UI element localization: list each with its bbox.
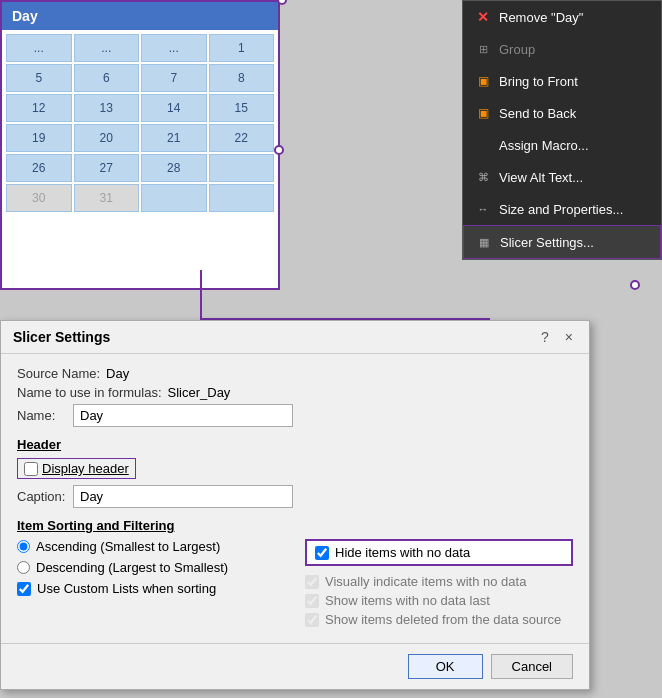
context-menu-item-6[interactable]: ↔Size and Properties... bbox=[463, 193, 661, 225]
resize-handle-mid[interactable] bbox=[274, 145, 284, 155]
calendar-cell[interactable]: 7 bbox=[141, 64, 207, 92]
calendar-cell[interactable]: 1 bbox=[209, 34, 275, 62]
visually-indicate-label: Visually indicate items with no data bbox=[325, 574, 526, 589]
caption-field-row: Caption: bbox=[17, 485, 573, 508]
calendar-grid: .........1567812131415192021222627283031 bbox=[2, 30, 278, 216]
context-menu-item-2[interactable]: ▣Bring to Front bbox=[463, 65, 661, 97]
dialog-body: Source Name: Day Name to use in formulas… bbox=[1, 354, 589, 643]
calendar-title: Day bbox=[12, 8, 38, 24]
descending-label[interactable]: Descending (Largest to Smallest) bbox=[36, 560, 228, 575]
caption-input[interactable] bbox=[73, 485, 293, 508]
dialog-controls: ? × bbox=[537, 329, 577, 345]
calendar-cell[interactable]: 20 bbox=[74, 124, 140, 152]
custom-lists-label[interactable]: Use Custom Lists when sorting bbox=[37, 581, 216, 596]
calendar-cell[interactable]: 13 bbox=[74, 94, 140, 122]
hide-items-label[interactable]: Hide items with no data bbox=[335, 545, 470, 560]
show-items-last-row: Show items with no data last bbox=[305, 593, 573, 608]
name-field-row: Name: bbox=[17, 404, 573, 427]
calendar-cell[interactable]: 30 bbox=[6, 184, 72, 212]
menu-icon-2: ▣ bbox=[475, 73, 491, 89]
header-section-label: Header bbox=[17, 437, 573, 452]
calendar-cell[interactable]: 5 bbox=[6, 64, 72, 92]
display-header-label[interactable]: Display header bbox=[42, 461, 129, 476]
calendar-cell[interactable]: 19 bbox=[6, 124, 72, 152]
show-deleted-row: Show items deleted from the data source bbox=[305, 612, 573, 627]
calendar-cell[interactable]: 14 bbox=[141, 94, 207, 122]
menu-item-label-0: Remove "Day" bbox=[499, 10, 583, 25]
menu-icon-7: ▦ bbox=[476, 234, 492, 250]
ascending-radio[interactable] bbox=[17, 540, 30, 553]
display-header-box: Display header bbox=[17, 458, 136, 479]
caption-label: Caption: bbox=[17, 489, 67, 504]
context-menu-item-5[interactable]: ⌘View Alt Text... bbox=[463, 161, 661, 193]
calendar-cell[interactable]: 8 bbox=[209, 64, 275, 92]
source-name-label: Source Name: bbox=[17, 366, 100, 381]
custom-lists-checkbox[interactable] bbox=[17, 582, 31, 596]
visually-indicate-checkbox bbox=[305, 575, 319, 589]
dialog-title: Slicer Settings bbox=[13, 329, 110, 345]
calendar-cell[interactable]: ... bbox=[6, 34, 72, 62]
name-input[interactable] bbox=[73, 404, 293, 427]
menu-icon-5: ⌘ bbox=[475, 169, 491, 185]
menu-icon-3: ▣ bbox=[475, 105, 491, 121]
resize-handle-right[interactable] bbox=[630, 280, 640, 290]
calendar-cell[interactable]: 28 bbox=[141, 154, 207, 182]
right-col: Hide items with no data Visually indicat… bbox=[305, 539, 573, 631]
calendar-cell[interactable]: 12 bbox=[6, 94, 72, 122]
display-header-checkbox[interactable] bbox=[24, 462, 38, 476]
calendar-cell[interactable]: 15 bbox=[209, 94, 275, 122]
calendar-cell[interactable]: ... bbox=[141, 34, 207, 62]
ascending-label[interactable]: Ascending (Smallest to Largest) bbox=[36, 539, 220, 554]
cancel-button[interactable]: Cancel bbox=[491, 654, 573, 679]
context-menu-item-3[interactable]: ▣Send to Back bbox=[463, 97, 661, 129]
calendar-cell[interactable] bbox=[141, 184, 207, 212]
sorting-section-label: Item Sorting and Filtering bbox=[17, 518, 573, 533]
formula-name-value: Slicer_Day bbox=[168, 385, 231, 400]
connector-vertical bbox=[200, 270, 202, 320]
custom-lists-row: Use Custom Lists when sorting bbox=[17, 581, 285, 596]
display-header-row: Display header bbox=[17, 458, 573, 479]
calendar-cell[interactable]: 26 bbox=[6, 154, 72, 182]
hide-items-checkbox[interactable] bbox=[315, 546, 329, 560]
dialog-close-button[interactable]: × bbox=[561, 329, 577, 345]
menu-icon-1: ⊞ bbox=[475, 41, 491, 57]
menu-item-label-2: Bring to Front bbox=[499, 74, 578, 89]
calendar-slicer: Day .........156781213141519202122262728… bbox=[0, 0, 280, 290]
show-deleted-label: Show items deleted from the data source bbox=[325, 612, 561, 627]
calendar-cell[interactable]: 6 bbox=[74, 64, 140, 92]
formula-name-row: Name to use in formulas: Slicer_Day bbox=[17, 385, 573, 400]
menu-item-label-4: Assign Macro... bbox=[499, 138, 589, 153]
calendar-cell[interactable]: 31 bbox=[74, 184, 140, 212]
show-items-last-label: Show items with no data last bbox=[325, 593, 490, 608]
calendar-cell[interactable] bbox=[209, 184, 275, 212]
context-menu-item-4[interactable]: Assign Macro... bbox=[463, 129, 661, 161]
formula-name-label: Name to use in formulas: bbox=[17, 385, 162, 400]
left-col: Ascending (Smallest to Largest) Descendi… bbox=[17, 539, 285, 631]
ok-button[interactable]: OK bbox=[408, 654, 483, 679]
dialog-help-button[interactable]: ? bbox=[537, 329, 553, 345]
menu-icon-0: ✕ bbox=[475, 9, 491, 25]
calendar-cell[interactable]: 22 bbox=[209, 124, 275, 152]
calendar-cell[interactable]: 21 bbox=[141, 124, 207, 152]
source-name-row: Source Name: Day bbox=[17, 366, 573, 381]
calendar-cell[interactable] bbox=[209, 154, 275, 182]
dialog-footer: OK Cancel bbox=[1, 643, 589, 689]
descending-radio[interactable] bbox=[17, 561, 30, 574]
slicer-settings-dialog: Slicer Settings ? × Source Name: Day Nam… bbox=[0, 320, 590, 690]
name-label: Name: bbox=[17, 408, 67, 423]
context-menu: ✕Remove "Day"⊞Group▣Bring to Front▣Send … bbox=[462, 0, 662, 260]
calendar-cell[interactable]: 27 bbox=[74, 154, 140, 182]
calendar-cell[interactable]: ... bbox=[74, 34, 140, 62]
dialog-titlebar: Slicer Settings ? × bbox=[1, 321, 589, 354]
two-col-layout: Ascending (Smallest to Largest) Descendi… bbox=[17, 539, 573, 631]
menu-item-label-3: Send to Back bbox=[499, 106, 576, 121]
context-menu-item-7[interactable]: ▦Slicer Settings... bbox=[463, 225, 661, 259]
resize-handle-top[interactable] bbox=[277, 0, 287, 5]
context-menu-item-0[interactable]: ✕Remove "Day" bbox=[463, 1, 661, 33]
menu-item-label-7: Slicer Settings... bbox=[500, 235, 594, 250]
show-deleted-checkbox bbox=[305, 613, 319, 627]
source-name-value: Day bbox=[106, 366, 129, 381]
menu-icon-4 bbox=[475, 137, 491, 153]
hide-items-box: Hide items with no data bbox=[305, 539, 573, 566]
menu-item-label-1: Group bbox=[499, 42, 535, 57]
